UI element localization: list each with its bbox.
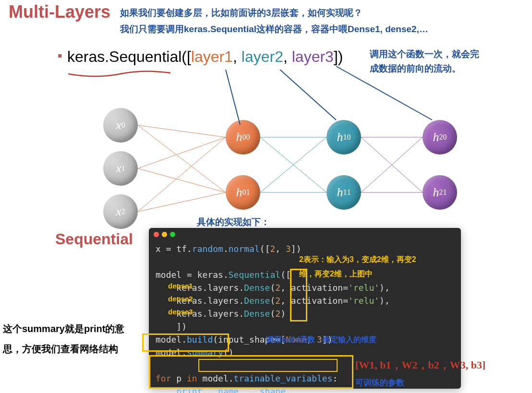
node-h02: h20: [423, 120, 457, 155]
node-x0: x0: [103, 108, 138, 143]
svg-line-4: [138, 137, 226, 212]
left-summary-text-2: 思，方便我们查看网络结构: [3, 343, 118, 356]
node-x1: x1: [103, 151, 138, 186]
node-h10: h01: [226, 175, 260, 210]
left-summary-text-1: 这个summary就是print的意: [3, 322, 124, 335]
yellow-anno-2: 维，再变2维，上图中: [299, 269, 373, 279]
network-diagram: x0 x1 x2 h00 h01 h10 h11 h20 h21: [72, 86, 480, 230]
node-h00: h00: [226, 120, 260, 155]
api-suffix: ]): [334, 48, 343, 65]
underline-mark: [67, 70, 173, 80]
node-h12: h21: [423, 175, 457, 210]
node-h11: h11: [326, 175, 361, 210]
annotation-right-1: 调用这个函数一次，就会完: [370, 48, 479, 60]
dense3-label: dense3: [168, 308, 193, 316]
dense2-label: dense2: [168, 295, 193, 303]
layer3-text: layer3: [292, 48, 334, 65]
annotation-right-2: 成数据的前向的流动。: [370, 62, 461, 75]
node-x2: x2: [103, 194, 138, 229]
node-h01: h10: [326, 120, 361, 155]
svg-line-3: [138, 168, 226, 192]
title: Multi-Layers: [9, 2, 110, 22]
trainable-params-label: 可训练的参数: [355, 377, 404, 388]
svg-line-5: [138, 192, 226, 212]
api-call-line: ▪keras.Sequential([layer1, layer2, layer…: [58, 48, 343, 66]
yellow-anno-1: 2表示：输入为3，变成2维，再变2: [299, 254, 416, 265]
handwritten-params: [W1, b1，W2，b2，W3, b3]: [355, 358, 485, 372]
dense1-label: dense1: [168, 282, 193, 290]
api-prefix: keras.Sequential([: [67, 48, 191, 65]
annotation-top-2: 我们只需要调用keras.Sequential这样的容器，容器中喂Dense1,…: [120, 23, 428, 36]
implementation-label: 具体的实现如下：: [197, 216, 270, 228]
build-anno: 调用build函数，给定输入的维度: [266, 335, 376, 345]
sep2: ,: [283, 48, 292, 65]
layer2-text: layer2: [242, 48, 283, 65]
layer1-text: layer1: [191, 48, 233, 65]
sep1: ,: [233, 48, 242, 65]
annotation-top-1: 如果我们要创建多层，比如前面讲的3层嵌套，如何实现呢？: [120, 7, 363, 19]
svg-line-2: [138, 137, 226, 168]
bullet-icon: ▪: [58, 48, 62, 63]
sequential-title: Sequential: [55, 230, 133, 248]
